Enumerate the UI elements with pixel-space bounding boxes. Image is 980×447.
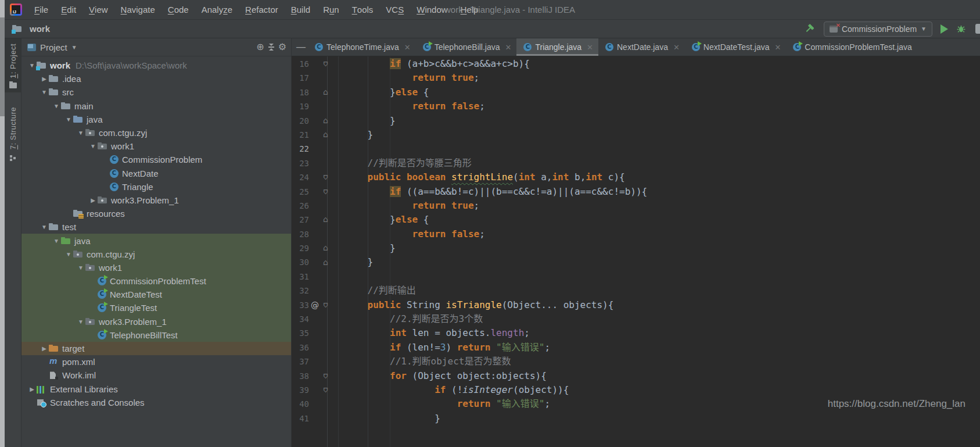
fold-down-icon[interactable] xyxy=(321,57,333,71)
chevron-collapsed-icon[interactable]: ▶ xyxy=(40,345,49,352)
tree-item-work[interactable]: ▼workD:\Soft\java\workSpace\work xyxy=(21,59,291,72)
line-number[interactable]: 21 xyxy=(292,128,309,142)
tree-item-src[interactable]: ▼src xyxy=(21,85,291,99)
menu-view[interactable]: View xyxy=(82,0,114,19)
line-number[interactable]: 29 xyxy=(292,241,309,255)
toolwindow-project[interactable]: 1: Project xyxy=(5,38,21,92)
code-line-28[interactable]: 28 return false; xyxy=(292,227,980,241)
code-line-31[interactable]: 31 xyxy=(292,270,980,284)
fold-up-icon[interactable] xyxy=(321,114,333,128)
line-number[interactable]: 33 xyxy=(292,298,309,312)
code-line-37[interactable]: 37 //1.判断object是否为整数 xyxy=(292,355,980,369)
run-button[interactable] xyxy=(940,24,948,34)
menu-code[interactable]: Code xyxy=(161,0,195,19)
line-number[interactable]: 40 xyxy=(292,397,309,411)
tree-item-target[interactable]: ▶target xyxy=(21,342,291,355)
page-scrollbar-thumb[interactable] xyxy=(0,17,5,116)
tree-item-java[interactable]: ▼java xyxy=(21,234,291,247)
tab-nextdate-java[interactable]: NextDate.java✕ xyxy=(598,38,685,56)
tab-commissionproblemtest-java[interactable]: CommissionProblemTest.java xyxy=(786,38,917,56)
line-number[interactable]: 39 xyxy=(292,383,309,397)
chevron-expanded-icon[interactable]: ▼ xyxy=(64,251,73,258)
tree-item-nextdatetest[interactable]: NextDateTest xyxy=(21,288,291,301)
tree-item--idea[interactable]: ▶.idea xyxy=(21,72,291,85)
chevron-expanded-icon[interactable]: ▼ xyxy=(52,238,61,244)
chevron-expanded-icon[interactable]: ▼ xyxy=(76,264,85,271)
fold-down-icon[interactable] xyxy=(321,383,333,397)
fold-up-icon[interactable] xyxy=(321,213,333,227)
code-line-33[interactable]: 33@ public String isTriangle(Object... o… xyxy=(292,298,980,312)
tree-item-main[interactable]: ▼main xyxy=(21,99,291,113)
chevron-expanded-icon[interactable]: ▼ xyxy=(40,224,49,230)
run-configuration-select[interactable]: CommissionProblem ▼ xyxy=(824,22,932,37)
tab-nextdatetest-java[interactable]: NextDateTest.java✕ xyxy=(685,38,787,56)
fold-up-icon[interactable] xyxy=(321,85,333,99)
code-line-29[interactable]: 29 } xyxy=(292,241,980,255)
clipped-toolbar-icon[interactable] xyxy=(975,24,980,34)
line-number[interactable]: 28 xyxy=(292,227,309,241)
code-line-17[interactable]: 17 return true; xyxy=(292,71,980,85)
collapse-all-icon[interactable] xyxy=(268,44,274,51)
chevron-expanded-icon[interactable]: ▼ xyxy=(52,103,61,109)
line-number[interactable]: 27 xyxy=(292,213,309,227)
tab-telephonetime-java[interactable]: TelephoneTime.java✕ xyxy=(308,38,416,56)
tree-item-work-iml[interactable]: Work.iml xyxy=(21,369,291,382)
line-number[interactable]: 30 xyxy=(292,255,309,269)
hide-panel-icon[interactable]: — xyxy=(294,38,308,56)
menu-analyze[interactable]: Analyze xyxy=(195,0,239,19)
code-line-35[interactable]: 35 int len = objects.length; xyxy=(292,326,980,340)
line-number[interactable]: 41 xyxy=(292,412,309,425)
code-line-25[interactable]: 25 if ((a==b&&b!=c)||(b==c&&c!=a)||(a==c… xyxy=(292,185,980,199)
fold-down-icon[interactable] xyxy=(321,369,333,383)
tree-item-java[interactable]: ▼java xyxy=(21,113,291,126)
tree-item-nextdate[interactable]: NextDate xyxy=(21,167,291,180)
line-number[interactable]: 37 xyxy=(292,355,309,369)
tree-item-scratches-and-consoles[interactable]: Scratches and Consoles xyxy=(21,396,291,409)
line-number[interactable]: 26 xyxy=(292,199,309,213)
code-line-38[interactable]: 38 for (Object object:objects){ xyxy=(292,369,980,383)
close-icon[interactable]: ✕ xyxy=(673,43,680,52)
menu-navigate[interactable]: Navigate xyxy=(114,0,161,19)
gear-icon[interactable]: ⚙ xyxy=(278,42,286,52)
line-number[interactable]: 25 xyxy=(292,185,309,199)
line-number[interactable]: 16 xyxy=(292,57,309,71)
line-number[interactable]: 35 xyxy=(292,326,309,340)
tab-triangle-java[interactable]: Triangle.java✕ xyxy=(516,38,598,56)
breadcrumb[interactable]: work xyxy=(12,24,50,34)
fold-up-icon[interactable] xyxy=(321,241,333,255)
code-line-22[interactable]: 22 xyxy=(292,142,980,156)
code-line-24[interactable]: 24 public boolean strightLine(int a,int … xyxy=(292,170,980,184)
toolwindow-structure[interactable]: 7: Structure xyxy=(5,102,21,163)
chevron-expanded-icon[interactable]: ▼ xyxy=(64,116,73,123)
code-line-20[interactable]: 20 } xyxy=(292,114,980,128)
fold-up-icon[interactable] xyxy=(321,255,333,269)
code-line-18[interactable]: 18 }else { xyxy=(292,85,980,99)
build-hammer-icon[interactable] xyxy=(805,23,816,34)
chevron-collapsed-icon[interactable]: ▶ xyxy=(40,76,49,82)
tree-item-work3-problem-1[interactable]: ▶work3.Problem_1 xyxy=(21,194,291,207)
close-icon[interactable]: ✕ xyxy=(587,43,593,52)
menu-file[interactable]: File xyxy=(28,0,55,19)
debug-button[interactable] xyxy=(956,24,966,34)
fold-up-icon[interactable] xyxy=(321,128,333,142)
code-line-21[interactable]: 21 } xyxy=(292,128,980,142)
line-number[interactable]: 24 xyxy=(292,170,309,184)
menu-vcs[interactable]: VCS xyxy=(379,0,410,19)
line-number[interactable]: 34 xyxy=(292,312,309,326)
line-number[interactable]: 22 xyxy=(292,142,309,156)
tree-item-work1[interactable]: ▼work1 xyxy=(21,261,291,274)
code-line-23[interactable]: 23 //判断是否为等腰三角形 xyxy=(292,156,980,170)
tree-item-triangle[interactable]: Triangle xyxy=(21,180,291,194)
line-number[interactable]: 18 xyxy=(292,85,309,99)
tree-item-resources[interactable]: resources xyxy=(21,207,291,220)
code-editor[interactable]: 16 if (a+b>c&&b+c>a&&a+c>b){17 return tr… xyxy=(292,56,980,447)
fold-down-icon[interactable] xyxy=(321,170,333,184)
locate-icon[interactable]: ⊕ xyxy=(256,42,264,52)
tab-telephonebill-java[interactable]: TelephoneBill.java✕ xyxy=(416,38,517,56)
tree-item-external-libraries[interactable]: ▶External Libraries xyxy=(21,382,291,396)
tree-item-work1[interactable]: ▼work1 xyxy=(21,140,291,153)
chevron-expanded-icon[interactable]: ▼ xyxy=(88,143,98,149)
code-line-39[interactable]: 39 if (!isInteger(object)){ xyxy=(292,383,980,397)
tree-item-pom-xml[interactable]: pom.xml xyxy=(21,355,291,369)
line-number[interactable]: 17 xyxy=(292,71,309,85)
